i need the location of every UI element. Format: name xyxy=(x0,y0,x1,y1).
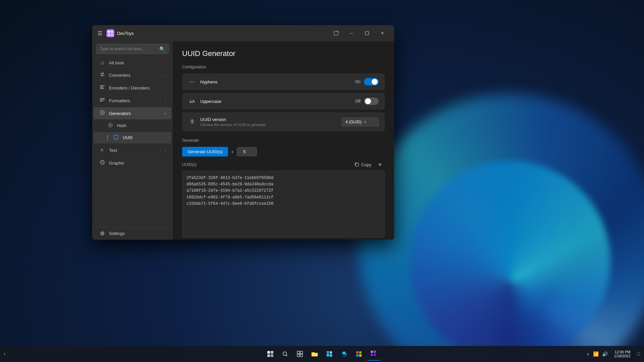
taskbar-center xyxy=(264,347,380,361)
svg-rect-22 xyxy=(271,351,273,354)
minimize-button[interactable]: ─ xyxy=(344,28,359,39)
svg-point-25 xyxy=(283,352,287,356)
all-tools-icon: ⌂ xyxy=(99,60,106,66)
compact-overlay-button[interactable] xyxy=(328,28,344,39)
svg-text:A: A xyxy=(100,147,103,152)
svg-rect-4 xyxy=(334,31,338,35)
network-icon[interactable]: 📶 xyxy=(592,351,600,357)
tray-left-icons: › xyxy=(3,350,7,358)
svg-rect-29 xyxy=(300,354,303,357)
settings-icon: ⚙ xyxy=(99,230,106,237)
svg-rect-38 xyxy=(371,351,373,353)
maximize-button[interactable] xyxy=(359,28,375,39)
sidebar-bottom: ⚙ Settings xyxy=(92,227,173,240)
sidebar-item-graphic[interactable]: Graphic › xyxy=(94,157,171,169)
sidebar-item-label: Settings xyxy=(109,231,166,236)
sidebar-item-settings[interactable]: ⚙ Settings xyxy=(94,228,171,239)
search-input[interactable] xyxy=(100,47,157,51)
converters-icon xyxy=(99,72,106,78)
taskbar-widgets-button[interactable] xyxy=(323,347,336,361)
count-input[interactable] xyxy=(237,147,257,156)
sidebar-item-uuid[interactable]: UUID xyxy=(94,132,171,143)
svg-rect-5 xyxy=(365,32,369,35)
menu-icon[interactable]: ☰ xyxy=(96,29,104,38)
sidebar-item-label: Converters xyxy=(109,73,162,78)
sidebar-item-text[interactable]: A Text › xyxy=(94,144,171,156)
main-content: UUID Generator Configuration — Hyphens O… xyxy=(173,41,394,240)
sidebar-item-generators[interactable]: Generators ∧ xyxy=(94,107,171,119)
tray-chevron-icon[interactable]: › xyxy=(3,350,7,358)
taskbar-edge-button[interactable] xyxy=(337,347,351,361)
system-tray-icons: ∧ 📶 🔊 xyxy=(585,351,609,358)
app-title: DevToys xyxy=(117,31,134,36)
generators-chevron-icon: ∧ xyxy=(164,112,166,115)
selected-indicator xyxy=(107,135,108,141)
encoders-icon xyxy=(99,84,106,91)
clear-icon: ✕ xyxy=(378,162,382,167)
search-box[interactable]: 🔍 xyxy=(96,44,169,54)
sidebar-item-all-tools[interactable]: ⌂ All tools xyxy=(94,57,171,68)
output-actions: Copy ✕ xyxy=(352,161,385,169)
uuid-version-content: UUID version Choose the version of UUID … xyxy=(200,117,338,127)
svg-rect-21 xyxy=(267,351,270,354)
svg-rect-1 xyxy=(111,31,113,33)
svg-rect-40 xyxy=(371,354,373,356)
sidebar-item-label: Encoders / Decoders xyxy=(109,85,162,90)
svg-rect-6 xyxy=(100,85,105,86)
search-icon[interactable]: 🔍 xyxy=(159,46,165,52)
uppercase-toggle[interactable] xyxy=(364,98,379,105)
hash-icon xyxy=(107,123,114,129)
sidebar-item-formatters[interactable]: Formatters › xyxy=(94,95,171,107)
svg-rect-24 xyxy=(271,354,273,357)
hyphens-content: Hyphens xyxy=(200,79,351,84)
graphic-chevron-icon: › xyxy=(165,161,166,165)
svg-rect-32 xyxy=(327,353,329,357)
tray-overflow-icon[interactable]: ∧ xyxy=(585,351,591,358)
sidebar-item-converters[interactable]: Converters › xyxy=(94,69,171,81)
svg-rect-36 xyxy=(356,354,359,357)
svg-rect-3 xyxy=(111,34,113,36)
copy-button-label: Copy xyxy=(361,162,371,167)
hyphens-toggle[interactable] xyxy=(364,78,379,85)
svg-rect-8 xyxy=(100,88,104,89)
taskbar-store-button[interactable] xyxy=(352,347,366,361)
sidebar: 🔍 ⌂ All tools Converters › xyxy=(92,41,173,240)
times-label: x xyxy=(231,149,234,154)
hyphens-icon: — xyxy=(188,79,196,85)
uuid-version-icon xyxy=(188,118,196,126)
task-view-button[interactable] xyxy=(293,347,307,361)
uuid-version-desc: Choose the version of UUID to generate xyxy=(200,123,338,127)
volume-icon[interactable]: 🔊 xyxy=(601,351,609,357)
clear-button[interactable]: ✕ xyxy=(375,161,385,169)
uppercase-title: Uppercase xyxy=(200,99,351,104)
sidebar-item-label: Generators xyxy=(109,111,160,116)
svg-rect-2 xyxy=(108,34,110,36)
uuid-version-dropdown[interactable]: 4 (GUID) ▾ xyxy=(342,118,379,126)
generate-uuids-button[interactable]: Generate UUID(s) xyxy=(182,147,228,157)
svg-rect-35 xyxy=(359,351,362,354)
sidebar-item-encoders[interactable]: Encoders / Decoders › xyxy=(94,82,171,94)
generate-row: Generate UUID(s) x xyxy=(182,147,385,157)
copy-button[interactable]: Copy xyxy=(352,161,374,169)
taskbar-search-button[interactable] xyxy=(278,347,292,361)
app-logo xyxy=(106,29,114,37)
clock-time: 12:00 PM xyxy=(614,350,630,354)
sidebar-item-hash[interactable]: Hash xyxy=(94,120,171,131)
svg-rect-30 xyxy=(327,351,329,353)
uuid-output-textarea[interactable] xyxy=(182,171,385,238)
text-icon: A xyxy=(99,147,106,154)
svg-rect-23 xyxy=(267,354,270,357)
sidebar-item-label: Graphic xyxy=(109,161,162,166)
start-button[interactable] xyxy=(264,347,277,361)
system-clock[interactable]: 12:00 PM 1/18/2022 xyxy=(611,349,633,359)
svg-rect-10 xyxy=(100,100,105,100)
taskbar-devtoys-button[interactable] xyxy=(367,347,380,361)
svg-point-13 xyxy=(102,112,103,113)
uppercase-content: Uppercase xyxy=(200,99,351,104)
dropdown-value: 4 (GUID) xyxy=(345,120,362,124)
notification-icon[interactable]: □ xyxy=(636,350,641,358)
formatters-chevron-icon: › xyxy=(165,99,166,103)
close-button[interactable]: ✕ xyxy=(375,28,390,39)
encoders-chevron-icon: › xyxy=(165,86,166,90)
taskbar-file-explorer-button[interactable] xyxy=(308,347,321,361)
